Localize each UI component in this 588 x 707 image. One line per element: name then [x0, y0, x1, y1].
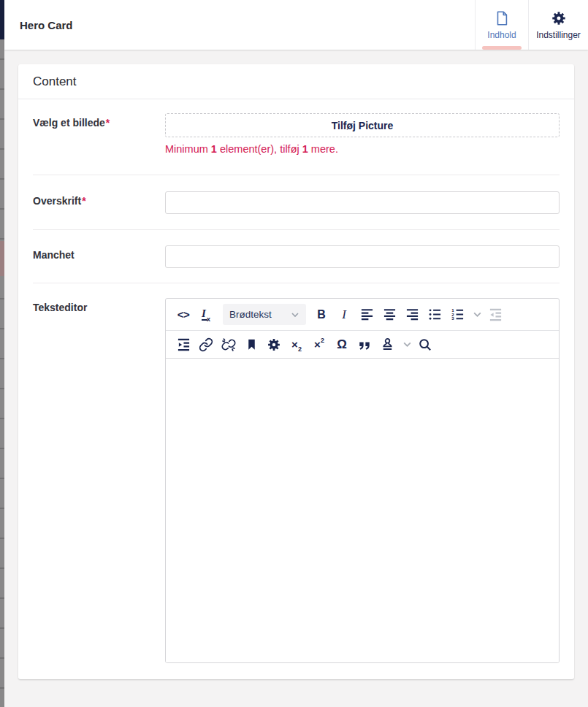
background-selected-tree-item-edge	[0, 241, 4, 276]
superscript-icon: ×	[314, 338, 321, 351]
field-row-manchet: Manchet	[18, 230, 574, 283]
validation-message: Minimum 1 element(er), tilføj 1 mere.	[165, 143, 560, 155]
align-left-icon	[360, 307, 374, 321]
chevron-down-icon	[402, 340, 412, 349]
gear-icon	[551, 10, 567, 26]
italic-button[interactable]: I	[335, 305, 353, 325]
required-asterisk: *	[82, 195, 85, 207]
list-dropdown-button[interactable]	[471, 305, 483, 325]
blockquote-button[interactable]	[356, 335, 373, 355]
outdent-icon	[489, 307, 503, 321]
format-select-value: Brødtekst	[229, 309, 272, 320]
source-code-icon: <>	[177, 308, 190, 321]
editor-main: Content Vælg et billede* Tilføj Picture …	[4, 50, 588, 679]
numbered-list-button[interactable]: 123	[448, 305, 466, 325]
background-app-edge	[0, 0, 4, 707]
clear-formatting-button[interactable]: Ix	[197, 305, 215, 325]
field-row-overskrift: Overskrift*	[18, 175, 574, 229]
field-label-image: Vælg et billede*	[33, 113, 165, 155]
indent-icon	[177, 337, 191, 351]
page-title: Hero Card	[4, 19, 73, 31]
bullet-list-icon	[428, 307, 442, 321]
align-right-button[interactable]	[403, 305, 421, 325]
group-title: Content	[18, 64, 574, 99]
editor-toolbar-row2: ×2 ×2 Ω	[166, 331, 559, 359]
unlink-button[interactable]	[220, 335, 237, 355]
align-left-button[interactable]	[358, 305, 375, 325]
format-select[interactable]: Brødtekst	[223, 304, 306, 325]
gear-icon	[267, 337, 281, 352]
tab-indhold-label: Indhold	[487, 30, 516, 40]
field-label-manchet: Manchet	[33, 245, 165, 268]
numbered-list-icon: 123	[451, 307, 465, 321]
stamp-dropdown-button[interactable]	[401, 335, 413, 355]
stamp-button[interactable]	[378, 335, 396, 355]
svg-text:3: 3	[451, 316, 454, 321]
outdent-button-disabled[interactable]	[486, 305, 504, 325]
macro-gear-button[interactable]	[265, 335, 283, 355]
tab-indstillinger[interactable]: Indstillinger	[528, 0, 588, 50]
bold-button[interactable]: B	[313, 305, 330, 325]
tab-indhold[interactable]: Indhold	[475, 0, 528, 50]
tab-indstillinger-label: Indstillinger	[536, 30, 581, 40]
align-center-button[interactable]	[381, 305, 398, 325]
overskrift-input[interactable]	[165, 191, 560, 214]
stamp-icon	[381, 337, 394, 351]
required-asterisk: *	[106, 117, 110, 129]
field-label-overskrift: Overskrift*	[33, 191, 165, 214]
add-picture-button[interactable]: Tilføj Picture	[165, 113, 560, 137]
rich-text-editor: <> Ix Brødtekst B I 123	[165, 298, 560, 663]
link-icon	[199, 337, 213, 352]
content-group-card: Content Vælg et billede* Tilføj Picture …	[18, 64, 574, 679]
special-character-button[interactable]: Ω	[333, 335, 351, 355]
indent-button[interactable]	[175, 335, 192, 355]
chevron-down-icon	[473, 310, 482, 319]
subscript-button[interactable]: ×2	[288, 335, 305, 355]
bookmark-button[interactable]	[243, 335, 260, 355]
editor-header: Hero Card Indhold	[4, 0, 588, 50]
editor-toolbar-row1: <> Ix Brødtekst B I 123	[166, 299, 559, 331]
omega-icon: Ω	[337, 337, 347, 352]
search-button[interactable]	[416, 335, 434, 355]
field-label-teksteditor: Teksteditor	[33, 298, 165, 663]
chevron-down-icon	[291, 310, 299, 319]
superscript-button[interactable]: ×2	[310, 335, 328, 355]
document-icon	[494, 10, 510, 26]
blockquote-icon	[358, 338, 371, 351]
editor-content-area[interactable]	[166, 359, 559, 662]
align-center-icon	[383, 307, 397, 321]
source-code-button[interactable]: <>	[175, 305, 192, 325]
search-icon	[418, 337, 432, 352]
bold-icon: B	[317, 308, 326, 321]
field-row-image: Vælg et billede* Tilføj Picture Minimum …	[18, 99, 574, 175]
tab-bar: Indhold Indstillinger	[475, 0, 588, 50]
manchet-input[interactable]	[165, 245, 560, 268]
align-right-icon	[405, 307, 419, 321]
unlink-icon	[221, 337, 236, 352]
subscript-icon: ×	[291, 338, 298, 351]
link-button[interactable]	[197, 335, 215, 355]
bullet-list-button[interactable]	[426, 305, 443, 325]
italic-icon: I	[342, 307, 346, 322]
bookmark-icon	[245, 337, 258, 351]
field-row-teksteditor: Teksteditor <> Ix Brødtekst B I	[18, 283, 574, 678]
